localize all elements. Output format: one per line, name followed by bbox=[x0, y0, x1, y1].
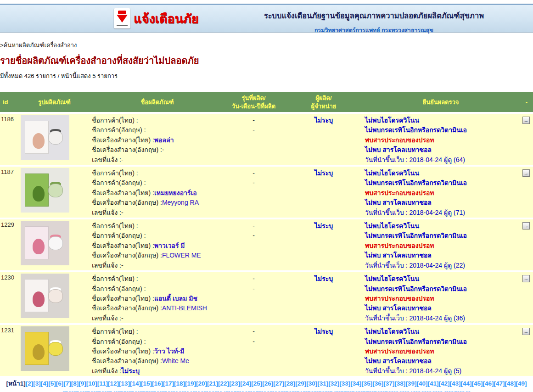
page-link-17[interactable]: [17] bbox=[163, 380, 174, 387]
page-link-75[interactable]: [75] bbox=[338, 390, 349, 392]
page-link-62[interactable]: [62] bbox=[195, 390, 206, 392]
page-link-33[interactable]: [33] bbox=[339, 380, 350, 387]
page-link-50[interactable]: [50] bbox=[62, 390, 73, 392]
page-link-39[interactable]: [39] bbox=[405, 380, 416, 387]
page-link-54[interactable]: [54] bbox=[107, 390, 118, 392]
test-result-line: ไม่พบกรดเรทิโนอิกหรือกรดวิตามินเอ bbox=[365, 231, 516, 241]
detail-arrow-button[interactable]: → bbox=[522, 222, 530, 230]
page-link-69[interactable]: [69] bbox=[272, 390, 283, 392]
page-link-9[interactable]: [9] bbox=[79, 380, 86, 387]
page-link-59[interactable]: [59] bbox=[162, 390, 173, 392]
page-link-65[interactable]: [65] bbox=[228, 390, 239, 392]
page-link-14[interactable]: [14] bbox=[130, 380, 141, 387]
page-link-24[interactable]: [24] bbox=[240, 380, 251, 387]
page-link-72[interactable]: [72] bbox=[305, 390, 316, 392]
page-link-47[interactable]: [47] bbox=[494, 380, 505, 387]
page-link-78[interactable]: [78] bbox=[371, 390, 382, 392]
page-link-18[interactable]: [18] bbox=[174, 380, 185, 387]
detail-arrow-button[interactable]: → bbox=[522, 328, 530, 335]
action-cell: → bbox=[516, 325, 533, 376]
page-link-73[interactable]: [73] bbox=[316, 390, 327, 392]
page-link-77[interactable]: [77] bbox=[360, 390, 371, 392]
product-detail-line: ชื่อการค้า(ไทย) : bbox=[92, 221, 225, 231]
page-link-37[interactable]: [37] bbox=[383, 380, 394, 387]
page-link-79[interactable]: [79] bbox=[382, 390, 393, 392]
site-logo[interactable]: แจ้งเตือนภัย bbox=[114, 8, 198, 28]
page-link-34[interactable]: [34] bbox=[350, 380, 361, 387]
field-label: เลขที่แจ้ง : bbox=[92, 262, 121, 269]
page-link-82[interactable]: [82] bbox=[415, 390, 426, 392]
page-link-64[interactable]: [64] bbox=[217, 390, 228, 392]
page-link-36[interactable]: [36] bbox=[372, 380, 383, 387]
page-link-19[interactable]: [19] bbox=[185, 380, 196, 387]
page-link-60[interactable]: [60] bbox=[173, 390, 184, 392]
page-link-2[interactable]: [2] bbox=[26, 380, 34, 387]
page-link-83[interactable]: [83] bbox=[426, 390, 438, 392]
page-link-55[interactable]: [55] bbox=[118, 390, 129, 392]
page-link-6[interactable]: [6] bbox=[56, 380, 64, 387]
page-link-76[interactable]: [76] bbox=[349, 390, 360, 392]
page-link-41[interactable]: [41] bbox=[427, 380, 438, 387]
page-link-22[interactable]: [22] bbox=[218, 380, 229, 387]
page-link-12[interactable]: [12] bbox=[108, 380, 119, 387]
page-link-63[interactable]: [63] bbox=[206, 390, 217, 392]
page-link-52[interactable]: [52] bbox=[84, 390, 95, 392]
page-link-15[interactable]: [15] bbox=[141, 380, 152, 387]
page-link-81[interactable]: [81] bbox=[404, 390, 415, 392]
page-link-74[interactable]: [74] bbox=[327, 390, 338, 392]
page-link-31[interactable]: [31] bbox=[317, 380, 328, 387]
page-link-20[interactable]: [20] bbox=[196, 380, 207, 387]
page-link-67[interactable]: [67] bbox=[250, 390, 261, 392]
page-link-46[interactable]: [46] bbox=[483, 380, 494, 387]
page-link-45[interactable]: [45] bbox=[471, 380, 483, 387]
field-label: ชื่อการค้า(อังกฤษ) : bbox=[92, 285, 146, 292]
detail-arrow-button[interactable]: → bbox=[522, 275, 530, 282]
product-image-cell bbox=[19, 272, 90, 323]
page-link-26[interactable]: [26] bbox=[262, 380, 273, 387]
page-link-27[interactable]: [27] bbox=[273, 380, 284, 387]
page-link-16[interactable]: [16] bbox=[152, 380, 163, 387]
page-link-66[interactable]: [66] bbox=[239, 390, 250, 392]
page-link-32[interactable]: [32] bbox=[328, 380, 339, 387]
page-link-68[interactable]: [68] bbox=[261, 390, 272, 392]
page-link-5[interactable]: [5] bbox=[48, 380, 56, 387]
page-link-43[interactable]: [43] bbox=[449, 380, 460, 387]
page-link-85[interactable]: [85] bbox=[449, 390, 460, 392]
page-link-28[interactable]: [28] bbox=[284, 380, 295, 387]
page-link-48[interactable]: [48] bbox=[505, 380, 516, 387]
page-link-84[interactable]: [84] bbox=[438, 390, 449, 392]
page-link-51[interactable]: [51] bbox=[73, 390, 84, 392]
page-link-57[interactable]: [57] bbox=[140, 390, 151, 392]
page-link-71[interactable]: [71] bbox=[294, 390, 305, 392]
page-link-42[interactable]: [42] bbox=[438, 380, 449, 387]
field-label: ชื่อเครื่องสำอาง(ไทย) : bbox=[92, 295, 154, 302]
page-link-30[interactable]: [30] bbox=[306, 380, 317, 387]
detail-arrow-button[interactable]: → bbox=[522, 117, 530, 124]
page-link-56[interactable]: [56] bbox=[129, 390, 140, 392]
page-link-11[interactable]: [11] bbox=[97, 380, 108, 387]
page-link-40[interactable]: [40] bbox=[416, 380, 427, 387]
page-link-10[interactable]: [10] bbox=[86, 380, 97, 387]
page-link-13[interactable]: [13] bbox=[119, 380, 130, 387]
page-link-58[interactable]: [58] bbox=[151, 390, 162, 392]
page-link-25[interactable]: [25] bbox=[251, 380, 262, 387]
page-link-8[interactable]: [8] bbox=[71, 380, 79, 387]
page-link-23[interactable]: [23] bbox=[229, 380, 240, 387]
page-link-61[interactable]: [61] bbox=[184, 390, 195, 392]
page-link-53[interactable]: [53] bbox=[95, 390, 107, 392]
page-link-70[interactable]: [70] bbox=[283, 390, 294, 392]
page-link-35[interactable]: [35] bbox=[361, 380, 372, 387]
page-link-80[interactable]: [80] bbox=[393, 390, 404, 392]
page-link-49[interactable]: [49] bbox=[516, 380, 527, 387]
table-header-row: id รูปผลิตภัณฑ์ ชื่อผลิตภัณฑ์ รุ่นที่ผลิ… bbox=[0, 92, 533, 112]
page-link-29[interactable]: [29] bbox=[295, 380, 306, 387]
page-link-38[interactable]: [38] bbox=[394, 380, 405, 387]
page-link-44[interactable]: [44] bbox=[460, 380, 471, 387]
page-link-3[interactable]: [3] bbox=[33, 380, 41, 387]
detail-arrow-button[interactable]: → bbox=[522, 169, 530, 177]
page-link-21[interactable]: [21] bbox=[207, 380, 218, 387]
field-value: ไม่ระบุ bbox=[121, 367, 140, 375]
page-link-86[interactable]: [86] bbox=[460, 390, 471, 392]
page-link-4[interactable]: [4] bbox=[41, 380, 49, 387]
page-link-7[interactable]: [7] bbox=[63, 380, 71, 387]
